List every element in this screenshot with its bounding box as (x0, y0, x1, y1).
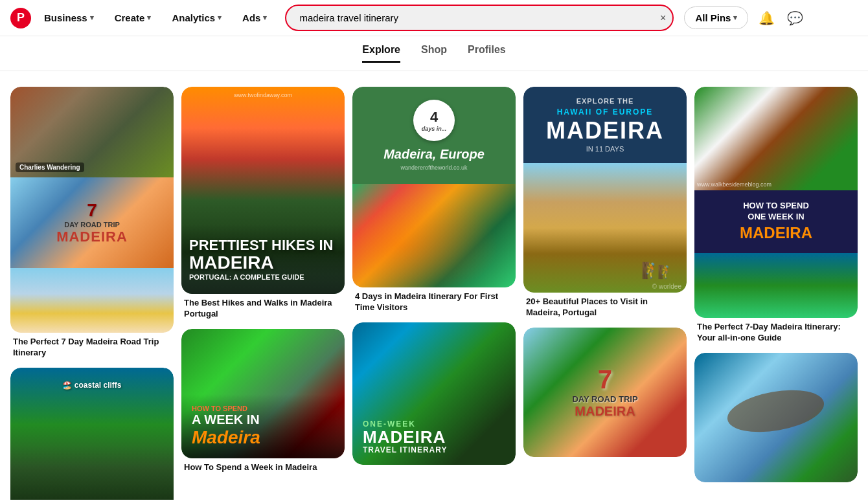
pin-card[interactable]: 🏖️ coastal cliffs (10, 368, 174, 500)
pin-caption: The Best Hikes and Walks in Madeira Port… (181, 294, 345, 321)
search-bar: × (285, 5, 674, 31)
chevron-down-icon: ▾ (733, 14, 737, 22)
pin-caption: How To Spend a Week in Madeira (181, 458, 345, 475)
chevron-down-icon: ▾ (147, 14, 151, 22)
clear-search-button[interactable]: × (660, 12, 666, 24)
pin-card[interactable]: EXPLORE THE HAWAII OF EUROPE MADEIRA IN … (523, 87, 687, 320)
messages-button[interactable]: 💬 (782, 5, 808, 31)
pins-scroll-container[interactable]: Charlies Wandering 7 DAY ROAD TRIP MADEI… (0, 71, 868, 500)
tab-profiles[interactable]: Profiles (468, 44, 506, 63)
pin-card[interactable]: 7 DAY ROAD TRIP MADEIRA (523, 328, 687, 457)
pins-grid: Charlies Wandering 7 DAY ROAD TRIP MADEI… (0, 76, 868, 500)
nav-ads[interactable]: Ads ▾ (234, 8, 275, 27)
pin-card[interactable]: ONE-WEEK MADEIRA TRAVEL ITINERARY (352, 322, 516, 465)
tab-shop[interactable]: Shop (421, 44, 447, 63)
nav-business[interactable]: Business ▾ (36, 8, 102, 27)
pin-caption: The Perfect 7-Day Madeira Itinerary: You… (694, 318, 858, 345)
pin-card[interactable]: 4 days in... Madeira, Europe wandereroft… (352, 87, 516, 315)
pin-card[interactable]: Charlies Wandering 7 DAY ROAD TRIP MADEI… (10, 87, 174, 360)
pin-card[interactable]: www.twofindaway.com PRETTIEST HIKES INMA… (181, 87, 345, 321)
pin-card[interactable]: HOW TO SPEND A WEEK IN Madeira How To Sp… (181, 329, 345, 475)
pin-card[interactable]: www.walkbesidemeblog.com HOW TO SPENDONE… (694, 87, 858, 345)
chevron-down-icon: ▾ (263, 14, 267, 22)
notifications-button[interactable]: 🔔 (753, 5, 779, 31)
pin-caption: 4 Days in Madeira Itinerary For First Ti… (352, 287, 516, 315)
pinterest-logo[interactable]: P (10, 8, 31, 28)
tab-explore[interactable]: Explore (362, 44, 400, 63)
search-tabs: Explore Shop Profiles (0, 36, 868, 71)
chevron-down-icon: ▾ (90, 14, 94, 22)
search-input[interactable] (285, 5, 674, 31)
nav-analytics[interactable]: Analytics ▾ (164, 8, 229, 27)
pin-caption: 20+ Beautiful Places to Visit in Madeira… (523, 293, 687, 320)
header-icons: 🔔 💬 (753, 5, 808, 31)
pin-caption: The Perfect 7 Day Madeira Road Trip Itin… (10, 333, 174, 360)
pin-card[interactable] (694, 353, 858, 482)
chevron-down-icon: ▾ (218, 14, 222, 22)
all-pins-dropdown[interactable]: All Pins ▾ (684, 6, 748, 29)
site-header: P Business ▾ Create ▾ Analytics ▾ Ads ▾ … (0, 0, 868, 36)
nav-create[interactable]: Create ▾ (107, 8, 159, 27)
